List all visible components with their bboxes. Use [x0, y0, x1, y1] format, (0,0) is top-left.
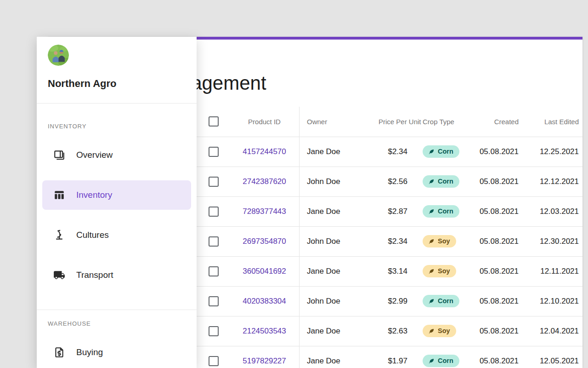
last-edited-cell: 12.12.2021 [520, 167, 582, 196]
crop-type-label: Soy [438, 328, 450, 334]
microscope-icon [53, 229, 65, 241]
created-cell: 05.08.2021 [476, 256, 520, 286]
column-header-product-id: Product ID [230, 107, 299, 137]
price-cell: $2.34 [379, 226, 409, 256]
last-edited-cell: 12.11.2021 [520, 256, 582, 286]
product-id-link[interactable]: 4157244570 [243, 147, 286, 156]
header-checkbox-cell [209, 107, 230, 137]
leaf-icon [429, 149, 435, 155]
product-id-link[interactable]: 2742387620 [243, 177, 286, 186]
sidebar-item-cultures[interactable]: Cultures [42, 220, 191, 250]
leaf-icon [429, 298, 435, 304]
leaf-icon [429, 208, 435, 214]
last-edited-cell: 12.03.2021 [520, 196, 582, 226]
row-checkbox[interactable] [209, 236, 219, 247]
created-cell: 05.08.2021 [476, 137, 520, 167]
leaf-icon [429, 268, 435, 274]
leaf-icon [429, 328, 435, 334]
crop-type-badge: Corn [423, 145, 459, 158]
sidebar-item-inventory[interactable]: Inventory [42, 180, 191, 210]
crop-type-label: Corn [438, 178, 453, 185]
crop-type-badge: Soy [423, 265, 456, 277]
created-cell: 05.08.2021 [476, 167, 520, 196]
row-checkbox[interactable] [209, 296, 219, 306]
last-edited-cell: 12.25.2021 [520, 137, 582, 167]
product-id-link[interactable]: 3605041692 [243, 267, 286, 276]
owner-cell: Jane Doe [299, 316, 379, 346]
owner-cell: Jane Doe [299, 137, 379, 167]
price-cell: $3.14 [379, 256, 409, 286]
price-cell: $2.56 [379, 167, 409, 196]
owner-cell: John Doe [299, 226, 379, 256]
product-id-link[interactable]: 2697354870 [243, 237, 286, 246]
created-cell: 05.08.2021 [476, 316, 520, 346]
sidebar-item-transport[interactable]: Transport [42, 260, 191, 290]
sidebar-item-label: Transport [76, 270, 113, 280]
row-checkbox[interactable] [209, 147, 219, 157]
sidebar-item-label: Buying [76, 347, 103, 357]
row-checkbox[interactable] [209, 207, 219, 217]
crop-type-badge: Corn [423, 295, 459, 307]
created-cell: 05.08.2021 [476, 196, 520, 226]
sidebar-section-divider [37, 310, 197, 310]
org-name: Northern Agro [48, 78, 186, 90]
price-cell: $2.34 [379, 137, 409, 167]
row-checkbox[interactable] [209, 177, 219, 187]
table-icon [53, 189, 65, 201]
table-column-divider [299, 107, 300, 368]
crop-type-label: Corn [438, 357, 453, 364]
sidebar-nav: INVENTORYOverviewInventoryCulturesTransp… [37, 123, 197, 367]
owner-cell: Jane Doe [299, 346, 379, 368]
crop-type-badge: Corn [423, 355, 459, 367]
crop-type-badge: Corn [423, 205, 459, 218]
crop-type-label: Soy [438, 268, 450, 275]
owner-cell: Jane Doe [299, 256, 379, 286]
column-header-price-per-unit: Price Per Unit [379, 107, 409, 137]
sidebar-section-label: INVENTORY [48, 123, 186, 130]
org-avatar[interactable] [48, 45, 69, 66]
truck-icon [53, 269, 65, 281]
sidebar-item-label: Overview [76, 150, 113, 160]
crop-type-label: Corn [438, 298, 453, 305]
org-profile: Northern Agro [37, 37, 197, 104]
owner-cell: Jane Doe [299, 196, 379, 226]
crop-type-badge: Corn [423, 175, 459, 188]
row-checkbox[interactable] [209, 266, 219, 276]
select-all-checkbox[interactable] [209, 116, 219, 126]
sidebar-section-label: WAREHOUSE [48, 320, 186, 327]
column-header-created: Created [476, 107, 520, 137]
created-cell: 05.08.2021 [476, 346, 520, 368]
sidebar-item-overview[interactable]: Overview [42, 140, 191, 170]
last-edited-cell: 12.30.2021 [520, 226, 582, 256]
last-edited-cell: 12.10.2021 [520, 286, 582, 316]
price-cell: $2.63 [379, 316, 409, 346]
created-cell: 05.08.2021 [476, 226, 520, 256]
price-cell: $2.99 [379, 286, 409, 316]
owner-cell: John Doe [299, 286, 379, 316]
overview-icon [53, 149, 65, 161]
crop-type-label: Corn [438, 208, 453, 215]
product-id-link[interactable]: 7289377443 [243, 207, 286, 216]
crop-type-badge: Soy [423, 325, 456, 337]
owner-cell: John Doe [299, 167, 379, 196]
sidebar-section-inventory: INVENTORYOverviewInventoryCulturesTransp… [42, 123, 191, 290]
sidebar-item-label: Inventory [76, 190, 112, 200]
row-checkbox[interactable] [209, 326, 219, 336]
leaf-icon [429, 178, 435, 184]
product-id-link[interactable]: 5197829227 [243, 356, 286, 365]
receipt-icon [53, 346, 65, 358]
sidebar-drawer: Northern Agro INVENTORYOverviewInventory… [37, 37, 197, 368]
leaf-icon [429, 358, 435, 364]
product-id-link[interactable]: 4020383304 [243, 297, 286, 305]
last-edited-cell: 12.04.2021 [520, 316, 582, 346]
column-header-last-edited: Last Edited [520, 107, 582, 137]
product-id-link[interactable]: 2124503543 [243, 327, 286, 335]
sidebar-item-buying[interactable]: Buying [42, 338, 191, 367]
crop-type-label: Corn [438, 148, 453, 155]
column-header-owner: Owner [299, 107, 379, 137]
price-cell: $2.87 [379, 196, 409, 226]
row-checkbox[interactable] [209, 356, 219, 366]
sidebar-section-warehouse: WAREHOUSEBuying [42, 320, 191, 367]
last-edited-cell: 12.05.2021 [520, 346, 582, 368]
sidebar-item-label: Cultures [76, 230, 109, 240]
